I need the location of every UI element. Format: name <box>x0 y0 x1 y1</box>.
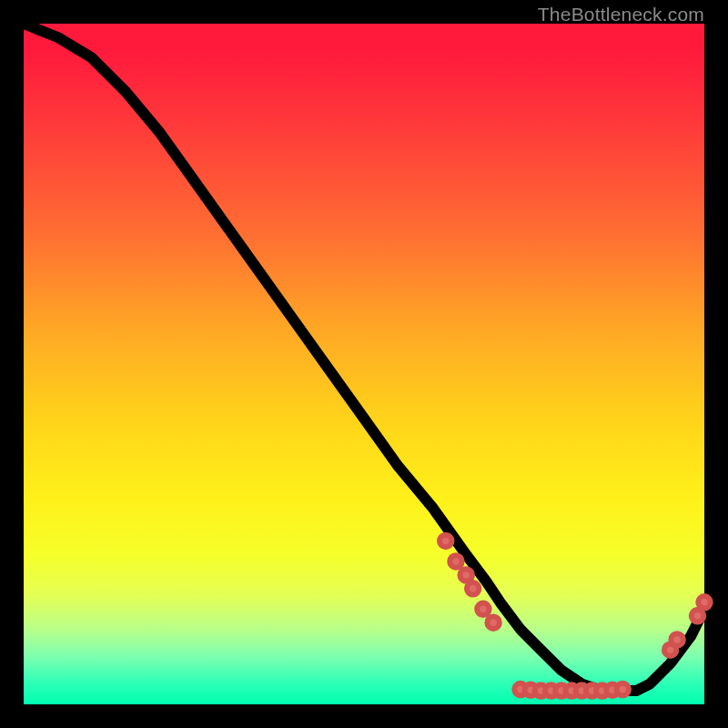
chart-marker <box>671 633 682 645</box>
chart-marker <box>617 683 629 695</box>
watermark-text: TheBottleneck.com <box>538 4 704 25</box>
chart-marker-layer <box>440 535 711 697</box>
chart-marker <box>450 555 461 567</box>
chart-curve <box>24 24 704 691</box>
chart-marker <box>698 596 710 608</box>
chart-svg <box>24 24 704 704</box>
chart-marker <box>467 582 479 594</box>
chart-marker <box>692 610 703 622</box>
chart-marker <box>460 569 471 581</box>
chart-gradient-area <box>24 24 704 704</box>
chart-stage: TheBottleneck.com <box>0 0 728 728</box>
chart-marker <box>440 535 451 547</box>
chart-marker <box>477 603 489 615</box>
chart-marker <box>487 617 499 629</box>
